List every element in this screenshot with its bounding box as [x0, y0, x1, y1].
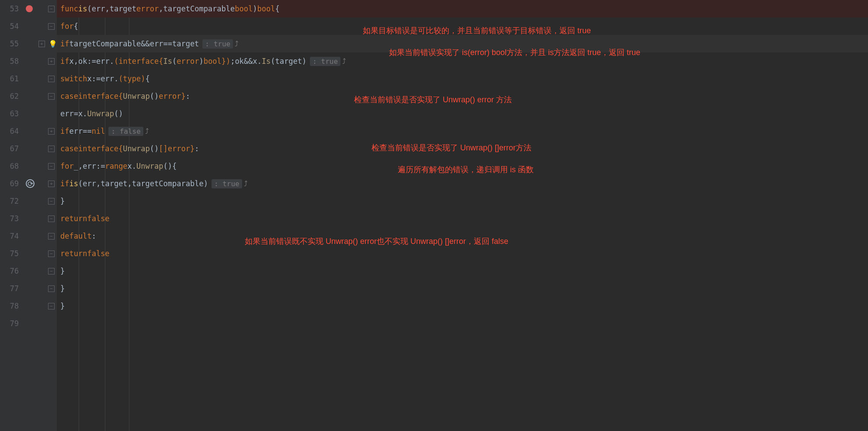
annotation-text: 如果当前错误既不实现 Unwrap() error也不实现 Unwrap() [… — [245, 236, 508, 247]
line-number: 69 — [0, 179, 24, 188]
gutter-row[interactable]: 55 +💡 — [0, 35, 57, 52]
line-number: 54 — [0, 22, 24, 31]
line-number: 61 — [0, 74, 24, 83]
code-line[interactable] — [57, 315, 868, 332]
line-number: 74 — [0, 232, 24, 240]
line-number: 63 — [0, 109, 24, 118]
gutter-row[interactable]: 68 − — [0, 157, 57, 175]
code-line[interactable]: func is(err, target error, targetCompara… — [57, 0, 868, 17]
line-number: 77 — [0, 284, 24, 293]
line-number: 79 — [0, 319, 24, 328]
fold-icon[interactable]: − — [48, 303, 55, 309]
fold-icon[interactable]: − — [48, 146, 55, 152]
gutter-row[interactable]: 53 − — [0, 0, 57, 17]
line-number: 67 — [0, 144, 24, 153]
fold-icon[interactable]: + — [48, 128, 55, 135]
annotation-text: 遍历所有解包的错误，递归调用 is 函数 — [398, 164, 534, 175]
fold-icon[interactable]: − — [48, 285, 55, 292]
line-number: 78 — [0, 302, 24, 310]
code-line[interactable]: if err == nil : false⤴ — [57, 122, 868, 140]
gutter-row[interactable]: 78 − — [0, 297, 57, 315]
code-line[interactable]: err = x.Unwrap() — [57, 105, 868, 122]
code-line[interactable]: } — [57, 297, 868, 315]
annotation-text: 检查当前错误是否实现了 Unwrap() error 方法 — [354, 94, 512, 105]
reload-icon[interactable] — [26, 179, 35, 188]
gutter-row[interactable]: 69 + — [0, 175, 57, 192]
fold-icon[interactable]: − — [48, 23, 55, 30]
code-line[interactable]: return false — [57, 210, 868, 227]
fold-icon[interactable]: − — [48, 76, 55, 82]
code-line[interactable]: if is(err, target, targetComparable) : t… — [57, 175, 868, 192]
fold-icon[interactable]: − — [48, 6, 55, 12]
gutter-row[interactable]: 77 − — [0, 280, 57, 297]
fold-icon[interactable]: + — [38, 41, 45, 47]
line-number: 55 — [0, 39, 24, 48]
code-line[interactable]: } — [57, 192, 868, 210]
gutter-row[interactable]: 62 − — [0, 87, 57, 105]
breakpoint-icon[interactable] — [26, 5, 33, 12]
code-line[interactable]: } — [57, 262, 868, 280]
code-editor: 53 − 54 − 55 +💡 58 + 61 − 62 − 63 64 + — [0, 0, 868, 431]
gutter-row[interactable]: 61 − — [0, 70, 57, 87]
fold-icon[interactable]: − — [48, 233, 55, 240]
fold-icon[interactable]: + — [48, 58, 55, 65]
line-number: 75 — [0, 249, 24, 258]
inline-hint: : true — [202, 39, 233, 49]
line-number: 68 — [0, 162, 24, 170]
fold-icon[interactable]: − — [48, 250, 55, 257]
gutter-row[interactable]: 67 − — [0, 140, 57, 157]
annotation-text: 如果当前错误实现了 is(error) bool方法，并且 is方法返回 tru… — [389, 47, 640, 58]
line-number: 73 — [0, 214, 24, 223]
gutter-row[interactable]: 64 + — [0, 122, 57, 140]
gutter-row[interactable]: 58 + — [0, 52, 57, 70]
line-number: 72 — [0, 197, 24, 205]
annotation-text: 如果目标错误是可比较的，并且当前错误等于目标错误，返回 true — [363, 25, 591, 36]
gutter-row[interactable]: 79 — [0, 315, 57, 332]
fold-icon[interactable]: − — [48, 268, 55, 275]
gutter-row[interactable]: 63 — [0, 105, 57, 122]
gutter-row[interactable]: 54 − — [0, 17, 57, 35]
bulb-icon[interactable]: 💡 — [49, 40, 57, 48]
gutter-row[interactable]: 74 − — [0, 227, 57, 245]
gutter-row[interactable]: 76 − — [0, 262, 57, 280]
line-number: 58 — [0, 57, 24, 66]
line-number: 62 — [0, 92, 24, 101]
fold-icon[interactable]: − — [48, 163, 55, 170]
code-area[interactable]: func is(err, target error, targetCompara… — [57, 0, 868, 431]
code-line[interactable]: switch x := err.(type) { — [57, 70, 868, 87]
fold-icon[interactable]: + — [48, 181, 55, 187]
line-number: 53 — [0, 4, 24, 13]
fold-icon[interactable]: − — [48, 93, 55, 100]
annotation-text: 检查当前错误是否实现了 Unwrap() []error方法 — [372, 143, 531, 153]
line-number: 64 — [0, 127, 24, 136]
inline-hint: : false — [108, 127, 143, 136]
fold-icon[interactable]: − — [48, 216, 55, 222]
code-line[interactable]: } — [57, 280, 868, 297]
code-line[interactable]: return false — [57, 245, 868, 262]
gutter-row[interactable]: 75 − — [0, 245, 57, 262]
line-number: 76 — [0, 267, 24, 275]
inline-hint: : true — [310, 57, 340, 66]
editor-gutter: 53 − 54 − 55 +💡 58 + 61 − 62 − 63 64 + — [0, 0, 57, 431]
gutter-row[interactable]: 72 − — [0, 192, 57, 210]
gutter-row[interactable]: 73 − — [0, 210, 57, 227]
inline-hint: : true — [212, 179, 242, 188]
fold-icon[interactable]: − — [48, 198, 55, 205]
